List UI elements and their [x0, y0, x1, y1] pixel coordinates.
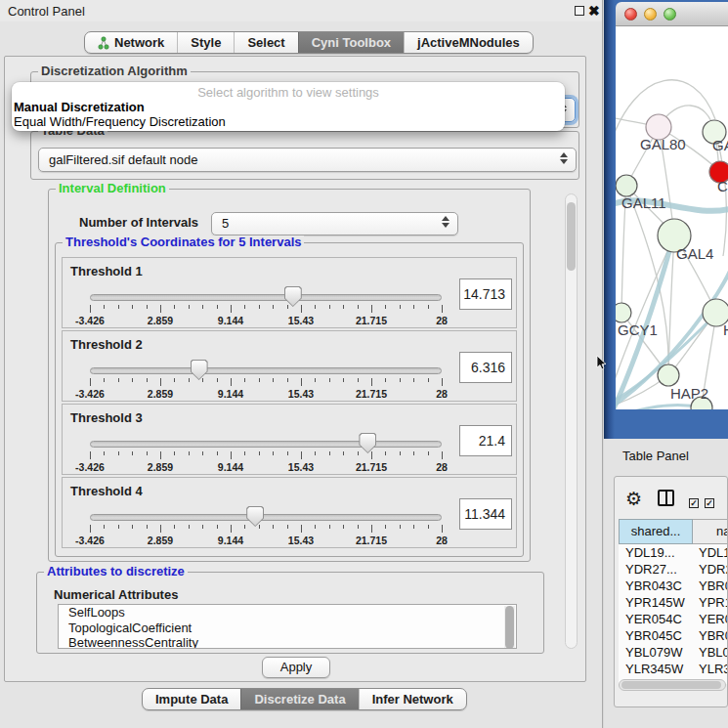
- group-title: Attributes to discretize: [44, 565, 188, 578]
- table-row[interactable]: YBR045CYBR0: [619, 627, 728, 644]
- slider-tick: [217, 378, 218, 382]
- slider-thumb[interactable]: [359, 433, 376, 453]
- table-data-combobox[interactable]: galFiltered.sif default node: [38, 148, 577, 172]
- close-icon[interactable]: ✖: [588, 3, 600, 19]
- tab-style[interactable]: Style: [177, 32, 234, 53]
- attribute-list-item[interactable]: TopologicalCoefficient: [59, 621, 516, 636]
- slider-tick: [202, 525, 203, 529]
- slider-track[interactable]: [90, 367, 442, 374]
- slider-tick-label: 15.43: [288, 315, 314, 326]
- slider-tick: [189, 378, 190, 382]
- table-row[interactable]: YER054CYER0: [619, 611, 728, 627]
- tab-select[interactable]: Select: [234, 32, 297, 53]
- table-row[interactable]: YDR27...YDR2: [619, 561, 728, 578]
- tab-label: Select: [247, 35, 284, 50]
- gear-icon[interactable]: ⚙: [625, 488, 642, 510]
- network-node[interactable]: [658, 364, 679, 386]
- cell-shared-name: YDR27...: [619, 561, 693, 578]
- close-traffic-light-icon[interactable]: [624, 8, 637, 21]
- network-icon: [98, 36, 109, 50]
- num-intervals-label: Number of Intervals: [79, 215, 198, 230]
- slider-tick: [442, 378, 443, 386]
- slider-tick-label: 9.144: [218, 461, 243, 473]
- table-row[interactable]: YLR345WYLR3: [619, 661, 728, 677]
- slider-track[interactable]: [90, 514, 442, 521]
- slider-tick: [329, 451, 330, 455]
- slider-tick: [118, 525, 119, 529]
- slider-tick: [132, 451, 133, 455]
- table-row[interactable]: YDL19...YDL1: [619, 544, 728, 561]
- network-node-label: C: [717, 178, 728, 194]
- attribute-list-item[interactable]: SelfLoops: [59, 605, 516, 621]
- attribute-list-item[interactable]: BetweennessCentrality: [59, 635, 516, 649]
- slider-tick: [371, 451, 372, 459]
- tab-network[interactable]: Network: [85, 32, 177, 53]
- slider-tick: [400, 378, 401, 382]
- combobox-stepper-icon[interactable]: [560, 152, 568, 164]
- zoom-traffic-light-icon[interactable]: [664, 8, 676, 21]
- bottom-tab-impute-data[interactable]: Impute Data: [143, 689, 240, 709]
- slider-tick: [442, 305, 443, 313]
- slider-thumb[interactable]: [246, 506, 264, 527]
- table-panel-window: Table Panel ⚙ ✓ ✓ shared... na YDL19...Y…: [604, 439, 728, 728]
- slider-tick: [273, 525, 274, 529]
- table-data-value: galFiltered.sif default node: [49, 152, 197, 167]
- threshold-panel-2: Threshold 2-3.4262.8599.14415.4321.71528…: [62, 330, 517, 402]
- slider-tick: [385, 305, 386, 309]
- bottom-tab-discretize-data[interactable]: Discretize Data: [240, 689, 358, 709]
- threshold-value-field[interactable]: 21.4: [459, 425, 512, 456]
- threshold-value-field[interactable]: 11.344: [459, 498, 512, 530]
- network-view-window: GAL80GACGAL11GAL4GCY1HHAP2: [604, 0, 728, 439]
- network-canvas[interactable]: GAL80GACGAL11GAL4GCY1HHAP2: [616, 26, 728, 409]
- slider-tick: [413, 525, 414, 529]
- threshold-panel-4: Threshold 4-3.4262.8599.14415.4321.71528…: [62, 477, 517, 548]
- slider-thumb[interactable]: [284, 286, 302, 307]
- table-row[interactable]: YBL079WYBL0: [619, 644, 728, 661]
- slider-tick: [315, 525, 316, 529]
- slider-tick: [160, 305, 161, 313]
- float-window-icon[interactable]: [575, 6, 584, 16]
- slider-tick: [301, 305, 302, 313]
- table-panel-body: ⚙ ✓ ✓ shared... na YDL19...YDL1YDR27...Y…: [614, 476, 728, 707]
- column-header-shared-name[interactable]: shared...: [619, 519, 693, 544]
- table-horizontal-scrollbar[interactable]: [619, 679, 726, 691]
- threshold-label: Threshold 4: [70, 484, 143, 498]
- threshold-value-field[interactable]: 14.713: [459, 278, 512, 310]
- num-intervals-combobox[interactable]: 5: [211, 212, 458, 236]
- attributes-list-scrollbar[interactable]: [504, 606, 515, 649]
- slider-tick: [244, 305, 245, 309]
- column-header-name[interactable]: na: [693, 519, 728, 544]
- slider-thumb[interactable]: [191, 360, 208, 380]
- panel-scrollbar[interactable]: [565, 193, 578, 649]
- slider-tick: [174, 451, 175, 455]
- checkbox-checked-icon[interactable]: ✓: [689, 498, 699, 508]
- table-row[interactable]: YBR043CYBR0: [619, 578, 728, 594]
- combobox-stepper-icon[interactable]: [442, 216, 450, 228]
- slider-thumb-face: [192, 361, 207, 379]
- threshold-value-field[interactable]: 6.316: [459, 352, 512, 383]
- network-node[interactable]: [616, 175, 637, 196]
- tab-cyni-toolbox[interactable]: Cyni Toolbox: [298, 32, 404, 53]
- slider-tick-label: 9.144: [218, 535, 243, 546]
- slider-tick: [259, 525, 260, 529]
- split-columns-icon[interactable]: [658, 490, 674, 506]
- bottom-tab-infer-network[interactable]: Infer Network: [359, 689, 466, 709]
- algorithm-option-equal-width[interactable]: Equal Width/Frequency Discretization: [14, 114, 226, 129]
- algorithm-option-manual[interactable]: Manual Discretization: [14, 100, 145, 114]
- attributes-list[interactable]: SelfLoopsTopologicalCoefficientBetweenne…: [58, 604, 517, 649]
- slider-track[interactable]: [90, 294, 442, 301]
- tab-label: Infer Network: [372, 692, 453, 707]
- slider-tick: [315, 378, 316, 382]
- table-row[interactable]: YPR145WYPR1: [619, 594, 728, 611]
- checkbox-checked-icon[interactable]: ✓: [705, 498, 714, 508]
- apply-button[interactable]: Apply: [262, 657, 330, 678]
- tab-jactivemnodules[interactable]: jActiveMNodules: [404, 32, 533, 53]
- slider-tick: [132, 378, 133, 382]
- minimize-traffic-light-icon[interactable]: [644, 8, 657, 21]
- mouse-cursor: [596, 356, 607, 370]
- network-node[interactable]: [616, 303, 631, 322]
- table-rows[interactable]: YDL19...YDL1YDR27...YDR2YBR043CYBR0YPR14…: [619, 544, 728, 684]
- cell-shared-name: YBR043C: [619, 578, 693, 594]
- slider-track[interactable]: [90, 441, 442, 448]
- slider-tick: [202, 451, 203, 455]
